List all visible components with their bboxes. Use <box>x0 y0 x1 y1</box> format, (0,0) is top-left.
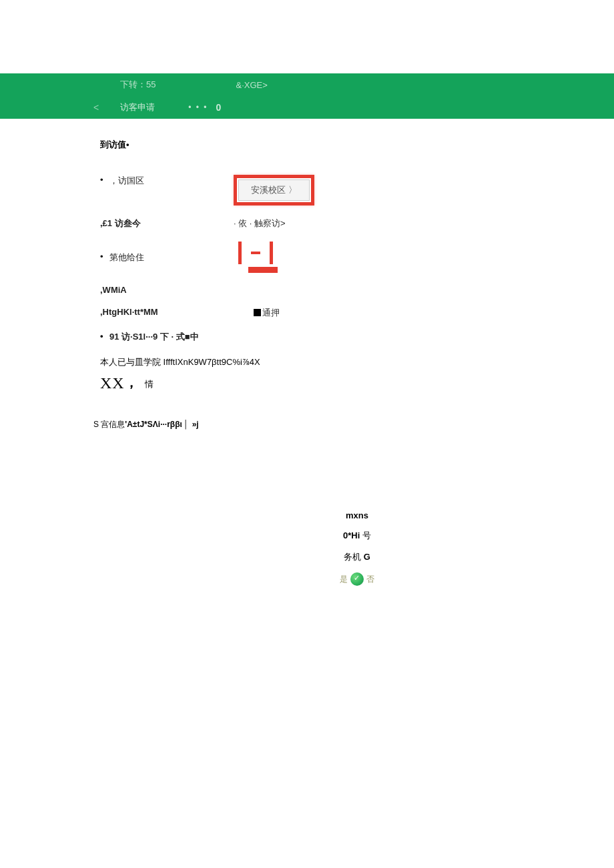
form-content: 到访值• ，访国区 安溪校区 〉 ,£1 访叁今 · 依 · 触察访> 第他给住 <box>0 119 614 586</box>
other-indicator <box>234 242 278 273</box>
campus-label: ，访国区 <box>100 175 234 187</box>
xx-text: XX <box>100 374 125 392</box>
other-row: 第他给住 <box>100 242 614 273</box>
item4-row: 91 访·S1l···9 下 · 式■中 <box>100 331 614 343</box>
header-left-text: 下转：55 <box>120 79 156 91</box>
note-tail: »j <box>192 420 199 429</box>
lower-line1: mxns <box>100 510 614 520</box>
campus-label-text: ，访国区 <box>109 175 144 185</box>
black-square-icon <box>254 309 261 316</box>
red-indicator-icon <box>234 242 278 273</box>
note-prefix: S 宫信息 <box>93 420 125 429</box>
visit-reason-value: · 依 · 触察访> <box>234 218 286 230</box>
yes-no-row: 是 否 <box>100 572 614 586</box>
htg-row: ,HtgHKl·tt*MM 通押 <box>100 307 614 319</box>
yes-label[interactable]: 是 <box>340 574 348 585</box>
htg-label: ,HtgHKl·tt*MM <box>100 307 254 317</box>
campus-value-cell: 安溪校区 〉 <box>234 175 314 205</box>
note-pipe-icon <box>182 420 192 429</box>
other-label: 第他给住 <box>100 252 234 264</box>
visit-reason-label: ,£1 访叁今 <box>100 218 234 230</box>
no-label[interactable]: 否 <box>366 574 374 585</box>
wmia-label: ,WMiA <box>100 285 234 295</box>
declaration-text: 本人已与皿学院 IffftIXnK9W7βtt9C%i⅞4X <box>100 357 260 367</box>
more-icon[interactable]: • • • <box>188 103 208 112</box>
header-right-text: &·XGE> <box>236 80 267 90</box>
item4-text: 91 访·S1l···9 下 · 式■中 <box>109 332 199 342</box>
red-bar-bottom-icon <box>248 267 278 273</box>
visit-value-label-row: 到访值• <box>100 139 614 160</box>
lower-line2: 0*Hi 号 <box>100 530 614 542</box>
campus-select-button-label: 安溪校区 〉 <box>238 179 310 201</box>
page-title: 访客申请 <box>120 101 155 113</box>
red-bar-right-icon <box>270 242 273 264</box>
note-bold: 'A±tJ*SΛi···rββι <box>125 420 182 429</box>
lower-line3-bold: G <box>364 552 370 562</box>
declaration-paragraph: 本人已与皿学院 IffftIXnK9W7βtt9C%i⅞4X <box>100 356 614 368</box>
red-dash-icon <box>251 252 260 254</box>
check-circle-icon[interactable] <box>350 572 364 586</box>
header-bar: 下转：55 &·XGE> < 访客申请 • • • 0 <box>0 73 614 119</box>
lower-line2-bold: 0*Hi <box>343 530 360 540</box>
lower-center-block: mxns 0*Hi 号 务机 G 是 否 <box>100 510 614 586</box>
xx-tail: 情 <box>145 379 154 389</box>
xx-comma: ， <box>125 375 138 390</box>
wmia-row: ,WMiA <box>100 285 614 295</box>
header-nav-row: < 访客申请 • • • 0 <box>0 96 614 119</box>
other-label-text: 第他给住 <box>109 252 144 262</box>
htg-value: 通押 <box>254 307 280 319</box>
back-icon[interactable]: < <box>93 102 99 113</box>
campus-row: ，访国区 安溪校区 〉 <box>100 175 614 205</box>
htg-value-text: 通押 <box>262 308 280 318</box>
red-bar-left-icon <box>238 242 242 264</box>
close-icon[interactable]: 0 <box>216 102 221 113</box>
item4-label: 91 访·S1l···9 下 · 式■中 <box>100 331 300 343</box>
visit-reason-row: ,£1 访叁今 · 依 · 触察访> <box>100 218 614 230</box>
lower-line3: 务机 G <box>100 551 614 563</box>
note-line: S 宫信息'A±tJ*SΛi···rββι»j <box>93 419 614 430</box>
lower-line2-tail: 号 <box>360 530 371 540</box>
header-top-row: 下转：55 &·XGE> <box>0 73 614 96</box>
visit-value-label: 到访值• <box>100 139 129 151</box>
lower-line3-prefix: 务机 <box>344 552 364 562</box>
campus-select-button[interactable]: 安溪校区 〉 <box>234 175 314 205</box>
xx-line: XX，情 <box>100 374 614 392</box>
